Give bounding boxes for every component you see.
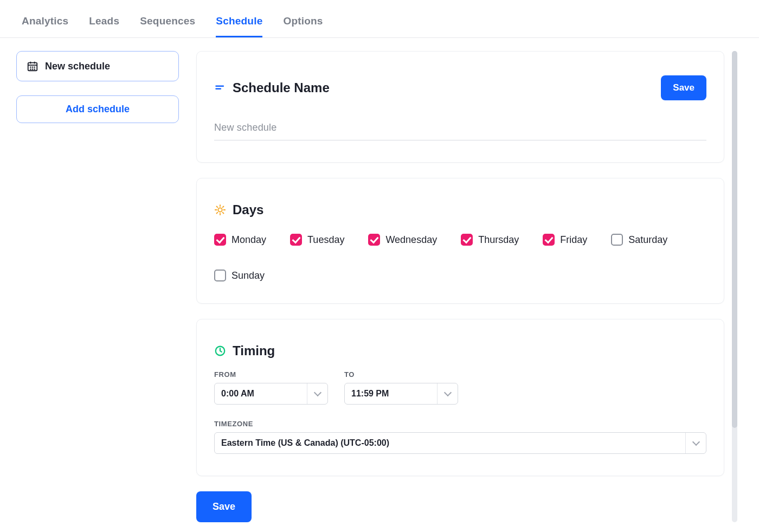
schedule-name-title: Schedule Name — [233, 80, 330, 95]
tab-analytics[interactable]: Analytics — [22, 10, 68, 37]
list-icon — [214, 82, 226, 94]
svg-point-6 — [34, 67, 35, 67]
checkbox-friday[interactable] — [543, 234, 555, 246]
add-schedule-button[interactable]: Add schedule — [16, 95, 179, 123]
tab-bar: Analytics Leads Sequences Schedule Optio… — [0, 0, 759, 38]
sidebar: New schedule Add schedule — [16, 51, 179, 522]
checkbox-monday[interactable] — [214, 234, 226, 246]
to-time-select[interactable]: 11:59 PM — [344, 383, 458, 405]
to-time-value: 11:59 PM — [345, 383, 437, 404]
clock-icon — [214, 345, 226, 357]
main-panel: Schedule Name Save — [196, 51, 737, 522]
tab-options[interactable]: Options — [283, 10, 323, 37]
day-friday[interactable]: Friday — [543, 234, 587, 246]
day-label: Thursday — [478, 234, 519, 246]
save-button-bottom[interactable]: Save — [196, 491, 252, 522]
sun-icon — [214, 204, 226, 216]
day-sunday[interactable]: Sunday — [214, 270, 265, 281]
calendar-icon — [27, 60, 38, 72]
svg-point-8 — [33, 69, 33, 69]
from-time-value: 0:00 AM — [215, 383, 307, 404]
day-label: Saturday — [628, 234, 667, 246]
to-label: TO — [344, 370, 458, 379]
checkbox-thursday[interactable] — [461, 234, 473, 246]
timezone-value: Eastern Time (US & Canada) (UTC-05:00) — [215, 433, 685, 453]
svg-line-18 — [223, 213, 224, 214]
day-label: Tuesday — [307, 234, 344, 246]
checkbox-tuesday[interactable] — [290, 234, 302, 246]
scrollbar[interactable] — [732, 51, 737, 522]
schedule-name-card: Schedule Name Save — [196, 51, 724, 163]
day-saturday[interactable]: Saturday — [611, 234, 667, 246]
day-label: Sunday — [231, 270, 265, 281]
svg-line-19 — [216, 213, 217, 214]
svg-point-5 — [33, 67, 33, 67]
day-label: Friday — [560, 234, 587, 246]
svg-line-20 — [223, 206, 224, 207]
timezone-label: TIMEZONE — [214, 420, 706, 428]
from-time-select[interactable]: 0:00 AM — [214, 383, 328, 405]
day-tuesday[interactable]: Tuesday — [290, 234, 344, 246]
checkbox-wednesday[interactable] — [368, 234, 380, 246]
days-card: Days Monday Tuesday Wednesday — [196, 178, 724, 304]
chevron-down-icon — [685, 433, 706, 453]
day-wednesday[interactable]: Wednesday — [368, 234, 437, 246]
day-monday[interactable]: Monday — [214, 234, 266, 246]
schedule-name-input[interactable] — [214, 119, 706, 140]
checkbox-sunday[interactable] — [214, 270, 226, 281]
tab-leads[interactable]: Leads — [89, 10, 119, 37]
day-thursday[interactable]: Thursday — [461, 234, 519, 246]
day-label: Wednesday — [385, 234, 437, 246]
tab-schedule[interactable]: Schedule — [216, 10, 262, 37]
save-button-top[interactable]: Save — [661, 75, 706, 100]
from-label: FROM — [214, 370, 328, 379]
scrollbar-thumb[interactable] — [732, 51, 737, 428]
sidebar-schedule-label: New schedule — [45, 61, 110, 72]
svg-point-7 — [30, 69, 31, 69]
timing-title: Timing — [233, 343, 275, 358]
chevron-down-icon — [437, 383, 458, 404]
tab-sequences[interactable]: Sequences — [140, 10, 195, 37]
sidebar-schedule-item[interactable]: New schedule — [16, 51, 179, 81]
checkbox-saturday[interactable] — [611, 234, 623, 246]
svg-point-12 — [218, 208, 222, 211]
days-title: Days — [233, 202, 263, 217]
svg-line-17 — [216, 206, 217, 207]
chevron-down-icon — [307, 383, 327, 404]
day-label: Monday — [231, 234, 266, 246]
svg-point-4 — [30, 67, 31, 67]
svg-point-9 — [34, 69, 35, 69]
timezone-select[interactable]: Eastern Time (US & Canada) (UTC-05:00) — [214, 432, 706, 454]
timing-card: Timing FROM 0:00 AM TO 11:59 PM — [196, 319, 724, 476]
